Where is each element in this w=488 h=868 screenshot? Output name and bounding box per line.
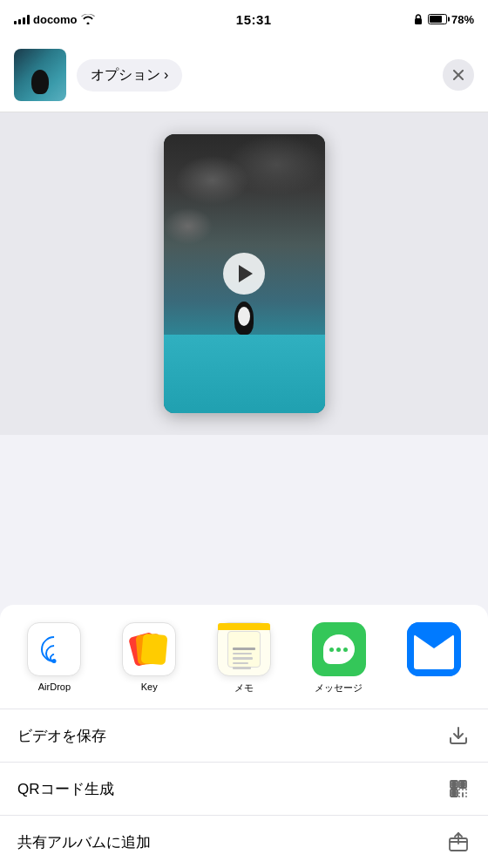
svg-rect-0 <box>415 18 422 24</box>
save-video-icon <box>446 723 471 748</box>
key-icon-container <box>122 622 176 676</box>
status-right: 78% <box>413 13 474 26</box>
airdrop-icon-container <box>27 622 81 676</box>
action-qr-code[interactable]: QRコード生成 <box>0 763 488 816</box>
qr-code-icon <box>446 776 471 801</box>
app-item-airdrop[interactable]: AirDrop <box>7 622 102 695</box>
close-icon <box>453 70 464 80</box>
status-bar: docomo 15:31 78% <box>0 0 488 38</box>
share-sheet: AirDrop Key <box>0 605 488 868</box>
key-label: Key <box>102 682 197 692</box>
video-preview[interactable] <box>164 134 325 413</box>
penguin-figure <box>234 302 254 335</box>
status-time: 15:31 <box>236 12 272 27</box>
status-left: docomo <box>14 13 95 26</box>
save-video-label: ビデオを保存 <box>17 726 106 746</box>
close-button[interactable] <box>443 59 474 91</box>
app-row: AirDrop Key <box>0 605 488 709</box>
play-button[interactable] <box>223 253 265 295</box>
battery-label: 78% <box>451 13 474 26</box>
messages-bubble <box>323 634 355 664</box>
memo-label: メモ <box>197 682 292 695</box>
options-chevron: › <box>164 67 168 83</box>
svg-rect-5 <box>452 783 456 786</box>
app-item-key[interactable]: Key <box>102 622 197 695</box>
preview-area <box>0 112 488 435</box>
shared-album-icon <box>446 830 471 854</box>
key-cards <box>132 633 166 666</box>
app-item-messages[interactable]: メッセージ <box>291 622 386 695</box>
share-thumbnail <box>14 49 66 101</box>
action-save-video[interactable]: ビデオを保存 <box>0 709 488 763</box>
airdrop-label: AirDrop <box>7 682 102 692</box>
options-label: オプション <box>91 66 160 85</box>
svg-rect-7 <box>461 783 464 786</box>
messages-label: メッセージ <box>291 682 386 695</box>
wifi-icon <box>81 14 95 24</box>
play-triangle-icon <box>239 265 253 282</box>
lock-icon <box>413 13 424 25</box>
messages-icon-container <box>312 622 366 676</box>
action-list: ビデオを保存 QRコード生成 <box>0 709 488 868</box>
memo-inner <box>227 631 261 668</box>
action-shared-album[interactable]: 共有アルバムに追加 <box>0 816 488 868</box>
messages-dots <box>329 648 348 652</box>
carrier-label: docomo <box>33 13 78 26</box>
memo-icon-container <box>217 622 271 676</box>
share-top-bar: オプション › <box>0 38 488 112</box>
app-item-mail-partial[interactable] <box>386 622 481 695</box>
options-button[interactable]: オプション › <box>77 59 182 92</box>
airdrop-wifi-arcs <box>37 633 71 666</box>
signal-bars <box>14 14 30 24</box>
app-item-memo[interactable]: メモ <box>197 622 292 695</box>
battery <box>428 14 447 24</box>
shared-album-label: 共有アルバムに追加 <box>17 832 151 852</box>
qr-code-label: QRコード生成 <box>17 779 114 799</box>
mail-icon-container <box>407 622 461 676</box>
svg-rect-9 <box>452 791 456 795</box>
